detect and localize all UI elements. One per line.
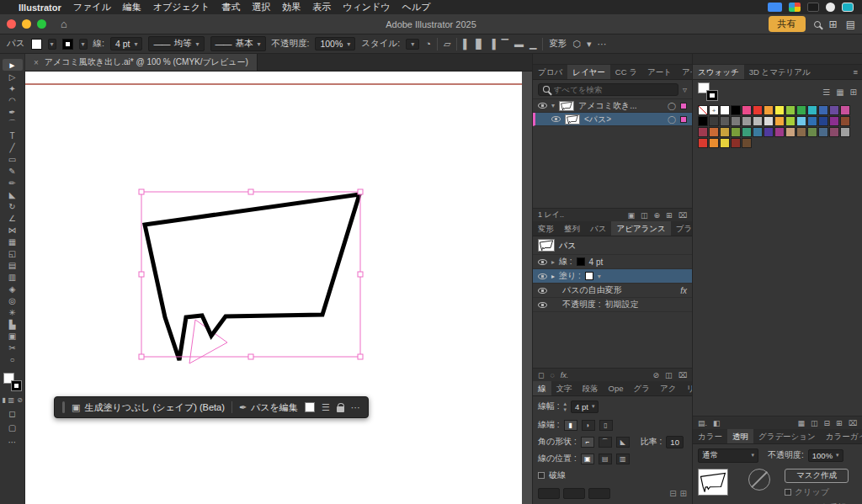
swatch[interactable]: [796, 105, 806, 115]
swatch[interactable]: [698, 127, 708, 137]
cap-round-icon[interactable]: ◗: [582, 420, 595, 431]
swatch[interactable]: [753, 116, 763, 126]
gap-field[interactable]: [563, 488, 585, 499]
join-miter-icon[interactable]: ⌐: [581, 437, 594, 448]
swatch[interactable]: [785, 127, 795, 137]
tab-Ope[interactable]: Ope: [604, 381, 629, 395]
new-sublayer-icon[interactable]: ◫: [641, 211, 648, 220]
tab-変形[interactable]: 変形: [533, 221, 559, 236]
menu-item[interactable]: ウィンドウ: [343, 1, 390, 13]
dash-field-2[interactable]: [588, 488, 610, 499]
document-setup-icon[interactable]: ▱: [444, 39, 450, 50]
swatch[interactable]: [742, 116, 752, 126]
delete-item-icon[interactable]: ⌧: [678, 371, 687, 379]
tab-スウォッチ[interactable]: スウォッチ: [693, 65, 744, 79]
taskbar-fill-swatch[interactable]: [305, 402, 315, 412]
limit-input[interactable]: 10: [666, 436, 684, 448]
menu-item[interactable]: オブジェクト: [153, 1, 210, 13]
effect-name[interactable]: パスの自由変形: [562, 284, 622, 296]
screen-mode-icon[interactable]: ▢: [8, 423, 16, 432]
align-middle-icon[interactable]: ▬: [514, 39, 524, 49]
visibility-icon[interactable]: [538, 103, 547, 109]
align-top-icon[interactable]: ▔: [501, 39, 508, 50]
join-round-icon[interactable]: ⌒: [599, 437, 612, 448]
delete-layer-icon[interactable]: ⌧: [678, 211, 687, 220]
taskbar-more-icon[interactable]: ⋯: [351, 402, 360, 413]
arrange-documents-icon[interactable]: ⊞: [829, 19, 838, 30]
width-tool-icon[interactable]: ⋈: [3, 224, 23, 236]
artboard-tool-icon[interactable]: ▣: [3, 330, 23, 342]
tab-文字[interactable]: 文字: [551, 381, 577, 395]
workspace-switcher-icon[interactable]: ▤: [846, 19, 855, 30]
visibility-icon[interactable]: [538, 288, 547, 294]
tab-整列[interactable]: 整列: [559, 221, 585, 236]
swatch[interactable]: [774, 116, 785, 126]
stroke-proxy[interactable]: [706, 90, 718, 101]
new-layer-icon[interactable]: ⊞: [666, 211, 673, 220]
taskbar-list-icon[interactable]: ☰: [322, 402, 330, 413]
tab-ブラ[interactable]: ブラ: [671, 221, 692, 236]
tab-アク[interactable]: アク: [655, 381, 681, 395]
swatch[interactable]: [764, 105, 774, 115]
tab-グラ[interactable]: グラ: [628, 381, 654, 395]
type-tool-icon[interactable]: T: [3, 130, 23, 141]
align-center-icon[interactable]: ▊: [476, 39, 482, 50]
swatch-registration[interactable]: +: [709, 105, 719, 115]
fx-icon[interactable]: fx: [680, 286, 687, 295]
scale-tool-icon[interactable]: ∠: [3, 212, 23, 224]
add-fill-icon[interactable]: ◌: [550, 371, 554, 379]
creative-cloud-icon[interactable]: [789, 3, 801, 12]
swatch[interactable]: [807, 127, 817, 137]
dock2-header[interactable]: [693, 54, 862, 65]
cap-projecting-icon[interactable]: ▯: [599, 420, 613, 431]
swatch[interactable]: [731, 105, 741, 115]
stroke-profile-dropdown[interactable]: ——均等▾: [148, 36, 204, 51]
swatch[interactable]: [818, 127, 828, 137]
zoom-tool-icon[interactable]: ○: [3, 353, 23, 365]
swatches-fill-stroke-proxy[interactable]: [698, 82, 718, 101]
tab-線[interactable]: 線: [533, 381, 551, 395]
swatch[interactable]: [840, 116, 850, 126]
swatch[interactable]: [709, 138, 719, 148]
swatch[interactable]: [731, 138, 741, 148]
visibility-icon[interactable]: [551, 116, 561, 122]
tab-グラデーション[interactable]: グラデーション: [753, 429, 821, 443]
swatch-view-large-icon[interactable]: ⊞: [850, 88, 857, 97]
pen-tool-icon[interactable]: ✒: [3, 106, 23, 118]
swatch[interactable]: [807, 105, 817, 115]
stroke-weight-dropdown[interactable]: 4 pt▾: [110, 37, 143, 50]
swatch[interactable]: [720, 127, 730, 137]
transform-button[interactable]: 変形: [549, 38, 567, 50]
align-inside-stroke-icon[interactable]: ▤: [599, 454, 612, 464]
clip-checkbox[interactable]: [785, 489, 791, 496]
expand-icon[interactable]: ▸: [551, 273, 555, 280]
swatch[interactable]: [709, 116, 719, 126]
slice-tool-icon[interactable]: ✂: [3, 342, 23, 353]
eraser-tool-icon[interactable]: ◣: [3, 188, 23, 200]
appearance-stroke-row[interactable]: ▸ 線 : 4 pt: [533, 255, 692, 269]
delete-swatch-icon[interactable]: ⌧: [849, 419, 857, 427]
fill-swatch[interactable]: [31, 39, 42, 50]
visibility-icon[interactable]: [538, 259, 547, 265]
swatch-none[interactable]: [698, 105, 708, 115]
swatch-libraries-icon[interactable]: ▤.: [698, 419, 707, 427]
menu-item[interactable]: 効果: [282, 1, 301, 13]
shape-options-icon[interactable]: ⬡: [572, 39, 581, 50]
notification-icon[interactable]: [842, 3, 854, 12]
swatch-options-icon[interactable]: ◫: [811, 419, 818, 427]
recolor-artwork-icon[interactable]: ◔: [425, 39, 431, 49]
align-outside-stroke-icon[interactable]: ▥: [616, 454, 630, 464]
weight-stepper[interactable]: ▴▾: [564, 401, 567, 412]
appearance-effect-row[interactable]: パスの自由変形 fx: [533, 284, 692, 298]
draw-mode-icon[interactable]: ◻: [8, 409, 15, 418]
cap-butt-icon[interactable]: ▮: [564, 420, 577, 431]
weight-dropdown[interactable]: 4 pt▾: [571, 401, 599, 413]
add-effect-icon[interactable]: fx.: [561, 371, 569, 379]
layers-search-input[interactable]: [554, 85, 673, 94]
lasso-tool-icon[interactable]: ◠: [3, 94, 23, 106]
duplicate-item-icon[interactable]: ◫: [665, 371, 673, 379]
tab-3D とマテリアル[interactable]: 3D とマテリアル: [744, 65, 816, 79]
tab-アート[interactable]: アート: [642, 65, 677, 79]
magic-wand-tool-icon[interactable]: ✦: [3, 82, 23, 94]
swatch[interactable]: [753, 105, 763, 115]
